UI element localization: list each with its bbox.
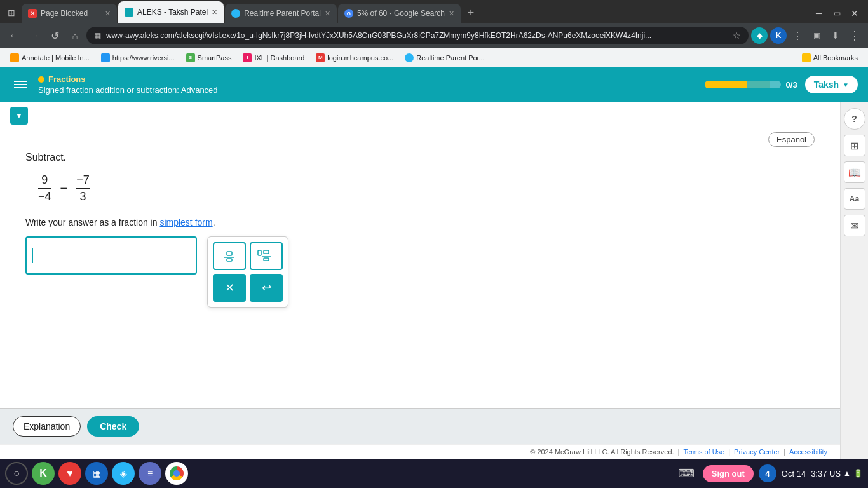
copyright-text: © 2024 McGraw Hill LLC. All Rights Reser… [530,448,674,456]
all-bookmarks[interactable]: All Bookmarks [797,52,863,64]
svg-rect-0 [227,252,232,255]
tab-close-aleks[interactable]: ✕ [212,8,217,17]
tab-page-blocked[interactable]: ✕ Page Blocked ✕ [22,4,117,23]
back-button[interactable]: ← [5,27,23,44]
book-button[interactable]: 📖 [844,161,865,183]
taskbar-date: Oct 14 [782,469,806,478]
help-button[interactable]: ? [844,108,865,130]
taskbar-klokki[interactable]: K [32,462,55,485]
bookmark-smartpass[interactable]: S SmartPass [181,52,237,64]
tab-close-realtime[interactable]: ✕ [325,10,330,18]
privacy-link[interactable]: Privacy Center [734,448,780,456]
circle-system-button[interactable]: ○ [5,462,28,485]
bookmarks-bar: Annotate | Mobile In... https://www.rive… [0,48,868,67]
clear-button[interactable]: ✕ [213,274,246,302]
aleks-app: Fractions Signed fraction addition or su… [0,67,868,459]
taskbar-chrome[interactable] [165,462,188,485]
ixl-icon: I [243,53,252,62]
user-menu-button[interactable]: Taksh ▼ [805,76,858,93]
taskbar-badge[interactable]: 4 [759,464,776,482]
bookmark-page-icon[interactable]: ☆ [733,30,741,41]
fraction-input-button[interactable] [213,242,246,270]
check-button[interactable]: Check [87,416,139,437]
ext-col[interactable]: ▣ [808,27,825,44]
bookmark-rivers[interactable]: https://www.riversi... [96,52,180,64]
calculator-button[interactable]: ⊞ [844,135,865,156]
tab-realtime-title: Realtime Parent Portal [244,9,321,18]
url-text: www-awy.aleks.com/alekscgi/x/Isl.exe/1o_… [106,31,728,40]
progress-fill-1 [705,81,728,88]
topic-dot [38,76,44,83]
progress-bar [705,81,781,88]
taskbar-app-grid[interactable]: ▦ [85,462,108,485]
undo-button[interactable]: ↩ [250,274,283,302]
question-area: Español Subtract. 9 −4 − −7 3 [0,130,840,408]
taskbar-app-folder[interactable]: ◈ [112,462,135,485]
bookmark-annotate[interactable]: Annotate | Mobile In... [5,52,95,64]
google-favicon: G [344,9,353,18]
espanol-button[interactable]: Español [768,132,815,147]
wifi-icon: ▲ [843,469,851,478]
collapse-row: ▼ [0,102,840,130]
explanation-button[interactable]: Explanation [13,416,81,437]
font-button[interactable]: Aa [844,188,865,210]
tab-close-blocked[interactable]: ✕ [105,10,111,18]
keypad-bottom-row: ✕ ↩ [213,274,283,302]
topic-category: Fractions [38,74,697,84]
bookmark-realtime[interactable]: Realtime Parent Por... [400,52,490,64]
answer-input-box[interactable] [25,236,197,274]
forward-button[interactable]: → [25,27,43,44]
hamburger-button[interactable] [10,74,31,95]
tab-realtime[interactable]: Realtime Parent Portal ✕ [225,4,337,23]
ext-menu[interactable]: ⋮ [789,27,806,44]
tab-blocked-title: Page Blocked [41,9,101,18]
terms-link[interactable]: Terms of Use [683,448,724,456]
blocked-favicon: ✕ [28,9,37,18]
tab-close-google[interactable]: ✕ [449,10,454,18]
tab-bar: ⊞ ✕ Page Blocked ✕ ALEKS - Taksh Patel ✕… [0,0,868,23]
ext-k[interactable]: K [770,27,787,44]
frac2-denominator: 3 [79,189,86,203]
progress-count: 0/3 [786,80,797,90]
ext-diamond[interactable]: ◆ [751,27,768,44]
annotate-icon [10,53,19,62]
bookmark-ixl[interactable]: I IXL | Dashboard [238,52,309,64]
sign-out-button[interactable]: Sign out [703,465,754,482]
new-tab-button[interactable]: + [462,4,480,22]
address-bar[interactable]: ▦ www-awy.aleks.com/alekscgi/x/Isl.exe/1… [86,27,749,44]
reload-button[interactable]: ↺ [46,27,64,44]
keypad-top-row [213,242,283,270]
tab-aleks-title: ALEKS - Taksh Patel [137,8,208,17]
mail-button[interactable]: ✉ [844,215,865,236]
fraction-1: 9 −4 [38,173,51,203]
text-cursor [32,248,33,263]
subtract-label: Subtract. [25,152,815,163]
bookmark-mh[interactable]: M login.mhcampus.co... [311,52,398,64]
extensions-area: ◆ K ⋮ ▣ ⬇ ⋮ [751,27,863,44]
chrome-menu[interactable]: ⋮ [846,27,863,44]
tab-google[interactable]: G 5% of 60 - Google Search ✕ [338,4,461,23]
maximize-button[interactable]: ▭ [829,5,845,22]
mh-icon: M [316,53,325,62]
window-controls: ─ ▭ ✕ [811,5,865,23]
keyboard-icon[interactable]: ⌨ [675,462,698,485]
rivers-icon [101,53,110,62]
ext-down[interactable]: ⬇ [827,27,844,44]
tab-aleks[interactable]: ALEKS - Taksh Patel ✕ [118,1,224,23]
home-button[interactable]: ⌂ [66,27,84,44]
accessibility-link[interactable]: Accessibility [789,448,827,456]
mixed-fraction-button[interactable] [250,242,283,270]
close-window-button[interactable]: ✕ [846,5,863,22]
svg-rect-3 [258,250,261,255]
collapse-button[interactable]: ▼ [10,107,28,125]
minimize-button[interactable]: ─ [811,5,827,22]
taskbar-time: 3:37 US ▲ 🔋 [811,469,863,478]
frac1-denominator: −4 [38,189,51,203]
apps-icon[interactable]: ⊞ [3,4,20,22]
copyright-bar: © 2024 McGraw Hill LLC. All Rights Reser… [0,444,840,459]
question-header-row: Español [25,132,815,147]
taskbar-app-notes[interactable]: ≡ [139,462,161,485]
fraction-2: −7 3 [76,173,90,203]
taskbar-app-heart[interactable]: ♥ [58,462,81,485]
simplest-form-link[interactable]: simplest form [159,217,212,227]
